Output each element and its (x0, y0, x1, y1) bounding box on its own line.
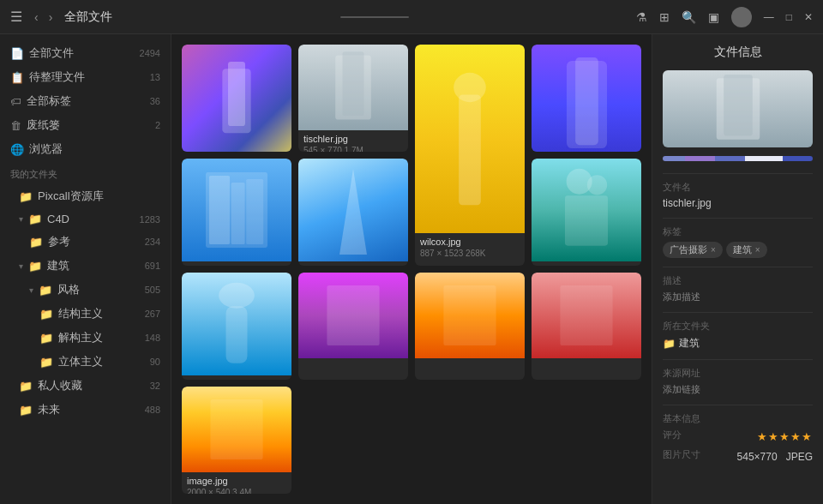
folder-icon: 📁 (39, 356, 53, 369)
file-card-wilcox[interactable]: wilcox.jpg 887 × 1523 268K (415, 45, 525, 266)
tag-remove-button[interactable]: × (711, 245, 716, 255)
sidebar-item-reference[interactable]: 📁 参考 234 (0, 230, 171, 254)
svg-point-14 (587, 175, 607, 195)
file-name-value: tischler.jpg (663, 197, 813, 209)
sidebar-item-future[interactable]: 📁 未来 488 (0, 398, 171, 422)
svg-marker-12 (339, 169, 367, 255)
description-section: 描述 添加描述 (663, 274, 813, 303)
dimensions-text: 545×770 (737, 451, 778, 463)
tags-section: 标签 广告摄影 × 建筑 × (663, 225, 813, 258)
thumb-info: budka.jpg 595 × 1021 3.4M (298, 261, 408, 266)
divider (663, 312, 813, 313)
sidebar-count: 148 (145, 333, 160, 343)
search-icon[interactable]: 🔍 (682, 10, 696, 24)
color-seg-1 (663, 156, 685, 161)
svg-rect-9 (209, 176, 230, 244)
titlebar: ☰ ‹ › 全部文件 ⚗ ⊞ 🔍 ▣ — □ ✕ (0, 0, 823, 34)
star-rating[interactable]: ★★★★★ (757, 430, 813, 443)
filter-icon[interactable]: ⚗ (636, 10, 647, 24)
grid-icon[interactable]: ⊞ (659, 10, 670, 24)
svg-rect-3 (343, 51, 364, 116)
menu-icon[interactable]: ☰ (10, 9, 22, 25)
color-seg-4 (745, 156, 783, 161)
svg-rect-11 (246, 179, 263, 244)
sidebar-item-stereo[interactable]: 📁 立体主义 90 (0, 350, 171, 374)
sidebar-item-browser[interactable]: 🌐 浏览器 (0, 137, 171, 161)
main: 📄 全部文件 2494 📋 待整理文件 13 🏷 全部标签 36 🗑 废纸篓 2… (0, 34, 823, 504)
file-card-img2[interactable] (415, 273, 525, 380)
basic-info-label: 基本信息 (663, 412, 813, 425)
folder-icon: 📁 (39, 284, 52, 297)
file-card-raitis[interactable]: raitis.jpg 1377 × 1559 9.1M (532, 159, 641, 266)
close-button[interactable]: ✕ (804, 11, 813, 23)
file-card-img1[interactable] (298, 273, 408, 380)
folder-icon: 📁 (19, 380, 33, 393)
zoom-slider[interactable] (340, 16, 409, 18)
sidebar-item-all-tags[interactable]: 🏷 全部标签 36 (0, 89, 171, 113)
thumb-info: tischler.jpg 545 × 770 1.7M (298, 130, 408, 152)
sidebar-item-deconstructivism[interactable]: 📁 解构主义 148 (0, 326, 171, 350)
nav-arrows: ‹ › (31, 9, 56, 26)
folder-label: 所在文件夹 (663, 320, 813, 333)
svg-rect-15 (565, 195, 608, 245)
divider (663, 359, 813, 360)
file-name: wilcox.jpg (420, 237, 520, 247)
chevron-icon: ▾ (29, 285, 33, 295)
file-card-img3[interactable] (532, 273, 641, 380)
avatar[interactable] (731, 7, 752, 27)
file-card-krikis[interactable]: krikis.jpg 949 × 1075 4.7M (182, 273, 291, 380)
sidebar-label: 解构主义 (58, 330, 140, 345)
sidebar-label: 参考 (48, 234, 140, 249)
sidebar-label: 待整理文件 (29, 69, 145, 85)
sidebar-label: C4D (47, 213, 135, 225)
sidebar-item-pending[interactable]: 📋 待整理文件 13 (0, 65, 171, 89)
file-card-fakurian[interactable]: fakurian.jpg 2000 × 2000 6.5M (182, 45, 291, 152)
file-grid: fakurian.jpg 2000 × 2000 6.5M tischler.j… (171, 34, 652, 504)
sidebar-count: 505 (145, 285, 160, 295)
color-bar (663, 156, 813, 161)
sidebar-item-architecture[interactable]: ▾ 📁 建筑 691 (0, 254, 171, 278)
folder-section: 所在文件夹 📁 建筑 (663, 320, 813, 351)
pending-icon: 📋 (10, 71, 24, 84)
sidebar-item-trash[interactable]: 🗑 废纸篓 2 (0, 113, 171, 137)
sidebar-label: 风格 (57, 282, 140, 297)
sidebar-item-structuralism[interactable]: 📁 结构主义 267 (0, 302, 171, 326)
file-card-budka[interactable]: budka.jpg 595 × 1021 3.4M (298, 159, 408, 266)
sidebar-item-style[interactable]: ▾ 📁 风格 505 (0, 278, 171, 302)
folder-link[interactable]: 📁 建筑 (663, 336, 813, 351)
folder-icon: 📁 (28, 213, 42, 225)
chevron-icon: ▾ (19, 261, 23, 271)
sidebar-count: 32 (150, 381, 160, 391)
sidebar-label: 全部标签 (27, 93, 145, 109)
file-card-yarn[interactable]: yarn.jpg 2611 × 2956 7.2M (182, 159, 291, 266)
minimize-button[interactable]: — (764, 11, 774, 23)
sidebar-count: 90 (150, 357, 160, 367)
sidebar-item-favorites[interactable]: 📁 私人收藏 32 (0, 374, 171, 398)
svg-rect-18 (327, 285, 379, 345)
file-card-image[interactable]: image.jpg 2000 × 540 3.4M (182, 387, 291, 494)
thumb-info: image.jpg 2000 × 540 3.4M (182, 472, 291, 494)
tag-remove-button[interactable]: × (755, 245, 760, 255)
sidebar-label: 立体主义 (58, 354, 145, 369)
dimensions-value: 545×770 JPEG (737, 451, 813, 463)
add-description-button[interactable]: 添加描述 (663, 291, 813, 303)
thumb-info: yarn.jpg 2611 × 2956 7.2M (182, 261, 291, 266)
divider (663, 173, 813, 174)
file-card-daniil[interactable]: daniil.jpg 1794 × 2031 11.3M (532, 45, 641, 152)
maximize-button[interactable]: □ (786, 11, 792, 23)
file-meta: 2000 × 540 3.4M (187, 488, 286, 494)
sidebar-item-pixcall[interactable]: 📁 Pixcall资源库 (0, 184, 171, 208)
layout-icon[interactable]: ▣ (708, 10, 719, 24)
file-card-tischler[interactable]: tischler.jpg 545 × 770 1.7M (298, 45, 408, 152)
folder-icon: 📁 (39, 332, 53, 345)
right-panel: 文件信息 文件名 tischler.jpg 标签 广告摄影 × (652, 34, 823, 504)
sidebar-count: 13 (150, 72, 160, 82)
nav-forward-button[interactable]: › (45, 9, 57, 26)
nav-back-button[interactable]: ‹ (31, 9, 42, 26)
sidebar-item-c4d[interactable]: ▾ 📁 C4D 1283 (0, 208, 171, 230)
add-source-button[interactable]: 添加链接 (663, 383, 813, 396)
sidebar-item-all-files[interactable]: 📄 全部文件 2494 (0, 41, 171, 65)
sidebar-label: 私人收藏 (38, 378, 145, 393)
file-name: krikis.jpg (187, 379, 286, 380)
sidebar-label: 浏览器 (29, 141, 160, 157)
